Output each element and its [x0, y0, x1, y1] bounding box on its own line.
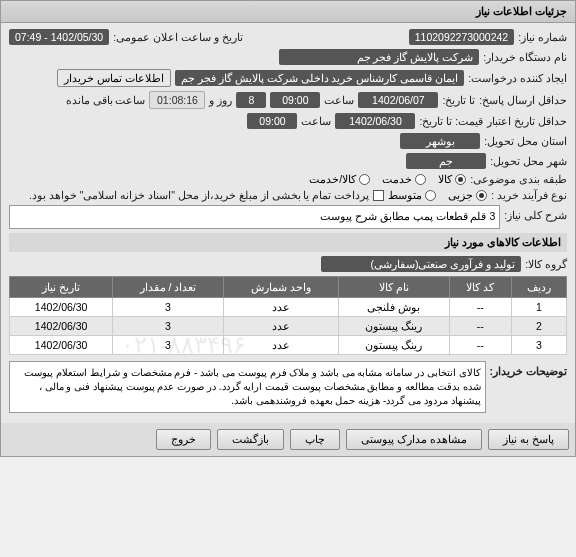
goods-table: ردیف کد کالا نام کالا واحد شمارش تعداد /…	[9, 276, 567, 355]
time-label-2: ساعت	[301, 115, 331, 127]
contact-buyer-button[interactable]: اطلاعات تماس خریدار	[57, 69, 171, 87]
buyer-desc-label: توضیحات خریدار:	[490, 361, 567, 377]
remain-label: ساعت باقی مانده	[66, 94, 146, 106]
announce-label: تاریخ و ساعت اعلان عمومی:	[113, 31, 243, 43]
cell-code: --	[449, 298, 511, 317]
cell-n: 3	[511, 336, 566, 355]
radio-medium[interactable]	[425, 190, 436, 201]
col-date: تاریخ نیاز	[10, 277, 113, 298]
city-value: جم	[406, 153, 486, 169]
radio-both-label: کالا/خدمت	[309, 173, 356, 185]
radio-small[interactable]	[476, 190, 487, 201]
validity-date: 1402/06/30	[335, 113, 415, 129]
creator-label: ایجاد کننده درخواست:	[468, 72, 567, 84]
attachments-button[interactable]: مشاهده مدارک پیوستی	[346, 429, 482, 450]
deadline-date: 1402/06/07	[358, 92, 438, 108]
process-label: نوع فرآیند خرید :	[491, 189, 567, 201]
col-name: نام کالا	[339, 277, 450, 298]
cell-n: 2	[511, 317, 566, 336]
cell-qty: 3	[113, 317, 223, 336]
radio-medium-label: متوسط	[388, 189, 422, 201]
validity-time: 09:00	[247, 113, 297, 129]
col-code: کد کالا	[449, 277, 511, 298]
buyer-desc-text: کالای انتخابی در سامانه مشابه می باشد و …	[9, 361, 486, 413]
cell-name: رینگ پیستون	[339, 317, 450, 336]
desc-label: شرح کلی نیاز:	[504, 205, 567, 221]
cell-n: 1	[511, 298, 566, 317]
deadline-time: 09:00	[270, 92, 320, 108]
need-no-value: 1102092273000242	[409, 29, 514, 45]
cell-date: 1402/06/30	[10, 298, 113, 317]
category-label: طبقه بندی موضوعی:	[470, 173, 567, 185]
goods-section-title: اطلاعات کالاهای مورد نیاز	[9, 233, 567, 252]
payment-checkbox[interactable]	[373, 190, 384, 201]
radio-service[interactable]	[415, 174, 426, 185]
cell-unit: عدد	[223, 336, 339, 355]
cell-date: 1402/06/30	[10, 336, 113, 355]
buyer-label: نام دستگاه خریدار:	[483, 51, 567, 63]
city-label: شهر محل تحویل:	[490, 155, 567, 167]
col-qty: تعداد / مقدار	[113, 277, 223, 298]
day-label: روز و	[209, 94, 232, 106]
deadline-label: حداقل ارسال پاسخ:	[479, 94, 567, 106]
cell-code: --	[449, 317, 511, 336]
radio-both[interactable]	[359, 174, 370, 185]
deadline-to: تا تاریخ:	[442, 94, 475, 106]
reply-button[interactable]: پاسخ به نیاز	[488, 429, 569, 450]
table-row[interactable]: 1--بوش فلنجیعدد31402/06/30	[10, 298, 567, 317]
panel-title: جزئیات اطلاعات نیاز	[1, 1, 575, 23]
goods-group-label: گروه کالا:	[525, 258, 567, 270]
col-unit: واحد شمارش	[223, 277, 339, 298]
need-no-label: شماره نیاز:	[518, 31, 567, 43]
cell-qty: 3	[113, 298, 223, 317]
cell-unit: عدد	[223, 298, 339, 317]
radio-service-label: خدمت	[382, 173, 412, 185]
province-label: استان محل تحویل:	[484, 135, 567, 147]
process-radio-group: جزیی متوسط	[388, 189, 487, 201]
remain-time: 01:08:16	[149, 91, 205, 109]
radio-goods[interactable]	[455, 174, 466, 185]
cell-name: بوش فلنجی	[339, 298, 450, 317]
exit-button[interactable]: خروج	[156, 429, 211, 450]
cell-unit: عدد	[223, 317, 339, 336]
table-row[interactable]: 2--رینگ پیستونعدد31402/06/30	[10, 317, 567, 336]
goods-group-value: تولید و فرآوری صنعتی(سفارشی)	[321, 256, 521, 272]
validity-label: حداقل تاریخ اعتبار	[487, 115, 567, 127]
cell-date: 1402/06/30	[10, 317, 113, 336]
radio-small-label: جزیی	[448, 189, 473, 201]
need-details-panel: جزئیات اطلاعات نیاز شماره نیاز: 11020922…	[0, 0, 576, 457]
footer-buttons: پاسخ به نیاز مشاهده مدارک پیوستی چاپ باز…	[1, 423, 575, 456]
cell-name: رینگ پیستون	[339, 336, 450, 355]
back-button[interactable]: بازگشت	[217, 429, 284, 450]
desc-value: 3 قلم قطعات پمپ مطابق شرح پیوست	[9, 205, 500, 229]
print-button[interactable]: چاپ	[290, 429, 340, 450]
validity-to: قیمت: تا تاریخ:	[419, 115, 483, 127]
table-row[interactable]: 3--رینگ پیستونعدد31402/06/30	[10, 336, 567, 355]
payment-note: پرداخت تمام یا بخشی از مبلغ خرید،از محل …	[29, 189, 369, 201]
col-row: ردیف	[511, 277, 566, 298]
radio-goods-label: کالا	[438, 173, 452, 185]
days-value: 8	[236, 92, 266, 108]
announce-value: 1402/05/30 - 07:49	[9, 29, 109, 45]
buyer-value: شرکت پالایش گاز فجر جم	[279, 49, 479, 65]
creator-value: ایمان قاسمی کارشناس خرید داخلی شرکت پالا…	[175, 70, 464, 86]
time-label-1: ساعت	[324, 94, 354, 106]
category-radio-group: کالا خدمت کالا/خدمت	[309, 173, 466, 185]
cell-qty: 3	[113, 336, 223, 355]
cell-code: --	[449, 336, 511, 355]
province-value: بوشهر	[400, 133, 480, 149]
